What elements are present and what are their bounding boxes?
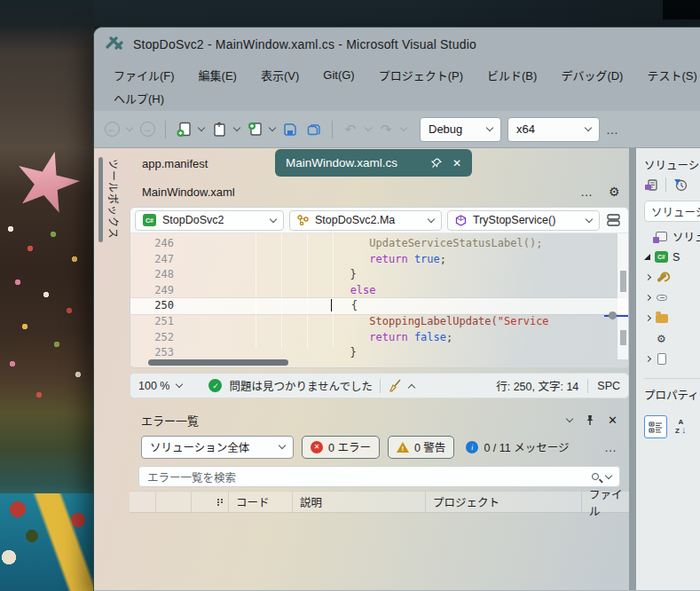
open-file-dropdown-icon[interactable] — [233, 124, 240, 131]
code-line-248[interactable]: 248 } — [130, 267, 628, 283]
search-options-chevron-icon[interactable] — [605, 471, 612, 478]
severity-column[interactable] — [130, 492, 156, 512]
solution-configuration-dropdown[interactable]: Debug — [420, 117, 501, 142]
tab-mainwindow-xaml[interactable]: MainWindow.xaml — [130, 185, 235, 199]
breadcrumb-member-dropdown[interactable]: TryStopService() — [447, 210, 600, 231]
tab-app-manifest[interactable]: app.manifest — [130, 157, 208, 170]
menu-item-0[interactable]: ファイル(F) — [106, 64, 183, 86]
suppression-column[interactable] — [192, 492, 229, 512]
pin-icon[interactable] — [585, 414, 595, 426]
menu-item-5[interactable]: ビルド(B) — [479, 64, 545, 86]
cleanup-options-icon[interactable] — [408, 383, 415, 390]
breadcrumb-type-dropdown[interactable]: StopDoSvc2.Ma — [289, 210, 442, 231]
menu-item-1[interactable]: 編集(E) — [191, 64, 245, 86]
breadcrumb-project-dropdown[interactable]: C# StopDoSvc2 — [135, 210, 284, 231]
menu-item-7[interactable]: テスト(S) — [639, 64, 700, 86]
column-description[interactable]: 説明 — [293, 492, 426, 512]
code-line-246[interactable]: 246 UpdateServiceStatusLabel(); — [130, 236, 628, 252]
solution-explorer-search-box[interactable]: ソリューショ — [644, 201, 700, 222]
scrollbar-mark — [620, 271, 626, 292]
code-line-249[interactable]: 249 else — [130, 283, 628, 299]
tree-row-doc[interactable] — [644, 349, 700, 369]
tree-row-links[interactable] — [644, 288, 700, 308]
panel-splitter[interactable] — [629, 148, 636, 590]
error-list-search-box[interactable]: エラー一覧を検索 — [138, 466, 620, 487]
navigate-back-button[interactable]: ← — [103, 121, 121, 138]
vertical-scrollbar[interactable] — [617, 233, 628, 359]
code-editor[interactable]: 246 UpdateServiceStatusLabel();247 retur… — [130, 233, 628, 367]
tab-overflow-button[interactable]: … — [580, 185, 594, 199]
new-project-button[interactable] — [175, 121, 193, 138]
column-code[interactable]: コード — [229, 492, 293, 512]
tab-mainwindow-xaml-cs[interactable]: MainWindow.xaml.cs ✕ — [275, 149, 472, 177]
pin-icon[interactable] — [431, 158, 442, 169]
error-list-body[interactable] — [130, 513, 629, 590]
messages-filter-toggle[interactable]: i 0 / 11 メッセージ — [462, 438, 572, 455]
categorized-view-icon[interactable] — [644, 415, 667, 438]
line-number: 249 — [130, 283, 182, 299]
scrollbar-mark — [620, 330, 626, 345]
panel-options-chevron-icon[interactable] — [566, 415, 573, 422]
zoom-dropdown-icon[interactable] — [176, 381, 183, 388]
code-line-252[interactable]: 252 return false; — [130, 330, 628, 346]
toolbar-overflow-button[interactable]: … — [606, 122, 619, 137]
horizontal-scrollbar[interactable] — [130, 358, 617, 367]
switch-views-icon[interactable] — [644, 178, 658, 192]
tree-expander-icon[interactable] — [645, 274, 651, 280]
code-line-251[interactable]: 251 StoppingLabelUpdate("Service — [130, 314, 628, 330]
tree-row-solution[interactable]: ソリュ — [644, 226, 700, 247]
tree-row-folder[interactable] — [644, 308, 700, 328]
add-item-button[interactable] — [246, 121, 263, 138]
tree-row-wrench[interactable] — [644, 267, 700, 288]
blank-column[interactable] — [156, 492, 192, 512]
menu-item-3[interactable]: Git(G) — [315, 66, 362, 84]
close-icon[interactable]: ✕ — [608, 414, 617, 427]
caret-position-text[interactable]: 行: 250, 文字: 14 — [496, 377, 578, 394]
horizontal-scrollbar-thumb[interactable] — [148, 359, 288, 366]
code-line-247[interactable]: 247 return true; — [130, 252, 628, 268]
redo-dropdown-icon[interactable] — [400, 124, 407, 131]
gear-icon[interactable]: ⚙ — [609, 185, 620, 199]
code-line-250[interactable]: 250 { — [130, 298, 628, 314]
tree-expander-icon[interactable] — [645, 315, 651, 321]
zoom-level-dropdown[interactable]: 100 % — [138, 380, 169, 392]
pending-changes-filter-icon[interactable] — [673, 178, 688, 192]
navigate-back-dropdown-icon[interactable] — [126, 124, 133, 131]
document-health-text[interactable]: 問題は見つかりませんでした — [229, 377, 373, 394]
new-project-dropdown-icon[interactable] — [198, 124, 205, 131]
navigate-forward-button[interactable]: → — [138, 121, 156, 138]
errors-filter-toggle[interactable]: ✕ 0 エラー — [302, 436, 380, 459]
tree-expander-icon[interactable] — [644, 254, 650, 260]
save-button[interactable] — [281, 121, 299, 138]
column-file[interactable]: ファイル — [582, 492, 629, 512]
whitespace-mode[interactable]: SPC — [597, 380, 620, 392]
error-list-overflow-button[interactable]: … — [604, 440, 617, 454]
close-icon[interactable]: ✕ — [452, 157, 461, 169]
menu-item-2[interactable]: 表示(V) — [253, 64, 307, 86]
open-file-button[interactable] — [210, 121, 228, 138]
add-item-dropdown-icon[interactable] — [269, 124, 276, 131]
error-scope-dropdown[interactable]: ソリューション全体 — [141, 436, 294, 459]
solution-explorer-toolbar — [644, 171, 700, 198]
redo-button[interactable]: ↷ — [377, 121, 395, 138]
search-icon[interactable] — [592, 473, 599, 480]
tree-expander-icon[interactable] — [645, 356, 651, 362]
split-editor-icon[interactable] — [607, 214, 620, 226]
menu-item-4[interactable]: プロジェクト(P) — [371, 64, 471, 86]
save-all-button[interactable] — [305, 121, 323, 138]
alphabetical-sort-icon[interactable]: AZ ↓ — [675, 419, 687, 435]
undo-dropdown-icon[interactable] — [365, 124, 372, 131]
title-bar[interactable]: StopDoSvc2 - MainWindow.xaml.cs - Micros… — [94, 28, 700, 61]
column-project[interactable]: プロジェクト — [426, 492, 582, 512]
code-cleanup-broom-icon[interactable] — [388, 379, 402, 392]
solution-platform-dropdown[interactable]: x64 — [507, 117, 600, 142]
menu-item-help[interactable]: ヘルプ(H) — [106, 89, 172, 109]
tree-expander-icon[interactable] — [645, 295, 651, 301]
tree-row-gear[interactable]: ⚙ — [644, 328, 700, 349]
menu-item-6[interactable]: デバッグ(D) — [553, 64, 631, 86]
tree-row-csproj[interactable]: C#S — [644, 247, 700, 267]
toolbox-tab[interactable]: ツールボックス — [106, 159, 122, 240]
warnings-filter-toggle[interactable]: ! 0 警告 — [388, 436, 454, 459]
undo-button[interactable]: ↶ — [342, 121, 359, 138]
caret-position-dot — [609, 311, 617, 319]
